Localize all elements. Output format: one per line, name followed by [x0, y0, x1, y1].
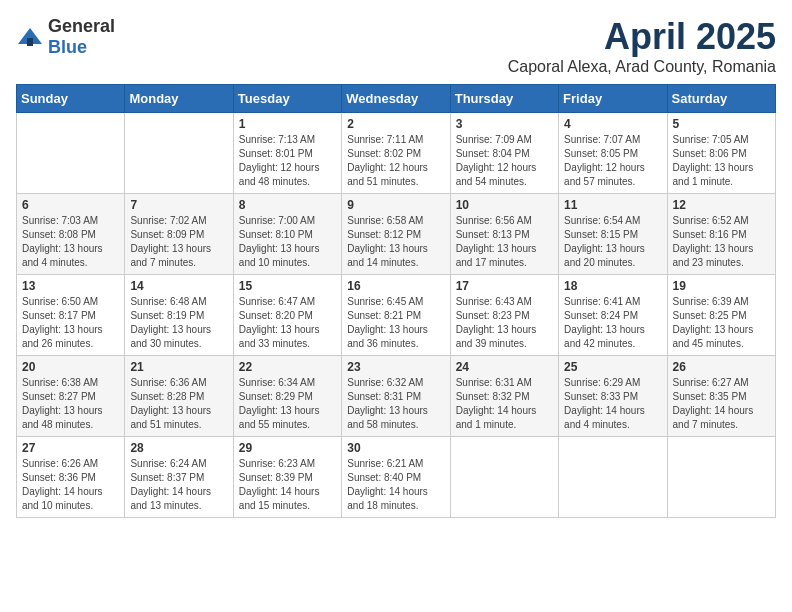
day-number: 26	[673, 360, 770, 374]
week-row-4: 20Sunrise: 6:38 AM Sunset: 8:27 PM Dayli…	[17, 356, 776, 437]
day-info: Sunrise: 6:47 AM Sunset: 8:20 PM Dayligh…	[239, 295, 336, 351]
calendar-cell: 30Sunrise: 6:21 AM Sunset: 8:40 PM Dayli…	[342, 437, 450, 518]
calendar-cell: 4Sunrise: 7:07 AM Sunset: 8:05 PM Daylig…	[559, 113, 667, 194]
day-info: Sunrise: 6:26 AM Sunset: 8:36 PM Dayligh…	[22, 457, 119, 513]
calendar-cell: 2Sunrise: 7:11 AM Sunset: 8:02 PM Daylig…	[342, 113, 450, 194]
day-number: 28	[130, 441, 227, 455]
day-header-monday: Monday	[125, 85, 233, 113]
week-row-3: 13Sunrise: 6:50 AM Sunset: 8:17 PM Dayli…	[17, 275, 776, 356]
day-number: 14	[130, 279, 227, 293]
logo-blue-text: Blue	[48, 37, 87, 57]
day-number: 3	[456, 117, 553, 131]
day-info: Sunrise: 6:21 AM Sunset: 8:40 PM Dayligh…	[347, 457, 444, 513]
day-number: 19	[673, 279, 770, 293]
day-info: Sunrise: 6:31 AM Sunset: 8:32 PM Dayligh…	[456, 376, 553, 432]
day-number: 11	[564, 198, 661, 212]
day-number: 22	[239, 360, 336, 374]
calendar-cell	[559, 437, 667, 518]
day-info: Sunrise: 6:24 AM Sunset: 8:37 PM Dayligh…	[130, 457, 227, 513]
day-number: 25	[564, 360, 661, 374]
day-number: 10	[456, 198, 553, 212]
day-number: 8	[239, 198, 336, 212]
calendar-cell	[125, 113, 233, 194]
day-info: Sunrise: 7:00 AM Sunset: 8:10 PM Dayligh…	[239, 214, 336, 270]
calendar-cell: 24Sunrise: 6:31 AM Sunset: 8:32 PM Dayli…	[450, 356, 558, 437]
calendar-body: 1Sunrise: 7:13 AM Sunset: 8:01 PM Daylig…	[17, 113, 776, 518]
logo: General Blue	[16, 16, 115, 58]
calendar-cell: 12Sunrise: 6:52 AM Sunset: 8:16 PM Dayli…	[667, 194, 775, 275]
day-header-sunday: Sunday	[17, 85, 125, 113]
calendar-cell: 15Sunrise: 6:47 AM Sunset: 8:20 PM Dayli…	[233, 275, 341, 356]
day-header-friday: Friday	[559, 85, 667, 113]
day-number: 13	[22, 279, 119, 293]
calendar-cell: 1Sunrise: 7:13 AM Sunset: 8:01 PM Daylig…	[233, 113, 341, 194]
day-header-saturday: Saturday	[667, 85, 775, 113]
day-number: 7	[130, 198, 227, 212]
day-header-tuesday: Tuesday	[233, 85, 341, 113]
day-number: 9	[347, 198, 444, 212]
day-info: Sunrise: 7:07 AM Sunset: 8:05 PM Dayligh…	[564, 133, 661, 189]
calendar-cell: 22Sunrise: 6:34 AM Sunset: 8:29 PM Dayli…	[233, 356, 341, 437]
day-number: 29	[239, 441, 336, 455]
day-info: Sunrise: 6:39 AM Sunset: 8:25 PM Dayligh…	[673, 295, 770, 351]
calendar-cell: 29Sunrise: 6:23 AM Sunset: 8:39 PM Dayli…	[233, 437, 341, 518]
calendar-cell: 17Sunrise: 6:43 AM Sunset: 8:23 PM Dayli…	[450, 275, 558, 356]
day-info: Sunrise: 6:38 AM Sunset: 8:27 PM Dayligh…	[22, 376, 119, 432]
day-header-thursday: Thursday	[450, 85, 558, 113]
calendar-cell	[17, 113, 125, 194]
day-info: Sunrise: 6:32 AM Sunset: 8:31 PM Dayligh…	[347, 376, 444, 432]
calendar-cell: 3Sunrise: 7:09 AM Sunset: 8:04 PM Daylig…	[450, 113, 558, 194]
day-info: Sunrise: 6:54 AM Sunset: 8:15 PM Dayligh…	[564, 214, 661, 270]
day-info: Sunrise: 7:13 AM Sunset: 8:01 PM Dayligh…	[239, 133, 336, 189]
calendar-cell: 10Sunrise: 6:56 AM Sunset: 8:13 PM Dayli…	[450, 194, 558, 275]
day-info: Sunrise: 7:05 AM Sunset: 8:06 PM Dayligh…	[673, 133, 770, 189]
calendar-cell: 9Sunrise: 6:58 AM Sunset: 8:12 PM Daylig…	[342, 194, 450, 275]
day-number: 16	[347, 279, 444, 293]
calendar-header: SundayMondayTuesdayWednesdayThursdayFrid…	[17, 85, 776, 113]
day-headers-row: SundayMondayTuesdayWednesdayThursdayFrid…	[17, 85, 776, 113]
calendar-cell: 14Sunrise: 6:48 AM Sunset: 8:19 PM Dayli…	[125, 275, 233, 356]
day-info: Sunrise: 6:29 AM Sunset: 8:33 PM Dayligh…	[564, 376, 661, 432]
day-info: Sunrise: 7:09 AM Sunset: 8:04 PM Dayligh…	[456, 133, 553, 189]
subtitle: Caporal Alexa, Arad County, Romania	[508, 58, 776, 76]
day-info: Sunrise: 7:03 AM Sunset: 8:08 PM Dayligh…	[22, 214, 119, 270]
day-number: 20	[22, 360, 119, 374]
header: General Blue April 2025 Caporal Alexa, A…	[16, 16, 776, 76]
day-number: 30	[347, 441, 444, 455]
day-number: 23	[347, 360, 444, 374]
calendar-cell: 23Sunrise: 6:32 AM Sunset: 8:31 PM Dayli…	[342, 356, 450, 437]
calendar-cell: 25Sunrise: 6:29 AM Sunset: 8:33 PM Dayli…	[559, 356, 667, 437]
day-header-wednesday: Wednesday	[342, 85, 450, 113]
day-info: Sunrise: 6:34 AM Sunset: 8:29 PM Dayligh…	[239, 376, 336, 432]
calendar-cell: 19Sunrise: 6:39 AM Sunset: 8:25 PM Dayli…	[667, 275, 775, 356]
calendar-cell: 20Sunrise: 6:38 AM Sunset: 8:27 PM Dayli…	[17, 356, 125, 437]
day-info: Sunrise: 7:11 AM Sunset: 8:02 PM Dayligh…	[347, 133, 444, 189]
week-row-1: 1Sunrise: 7:13 AM Sunset: 8:01 PM Daylig…	[17, 113, 776, 194]
day-info: Sunrise: 6:36 AM Sunset: 8:28 PM Dayligh…	[130, 376, 227, 432]
day-info: Sunrise: 6:23 AM Sunset: 8:39 PM Dayligh…	[239, 457, 336, 513]
calendar-cell: 28Sunrise: 6:24 AM Sunset: 8:37 PM Dayli…	[125, 437, 233, 518]
calendar-cell: 16Sunrise: 6:45 AM Sunset: 8:21 PM Dayli…	[342, 275, 450, 356]
day-info: Sunrise: 6:27 AM Sunset: 8:35 PM Dayligh…	[673, 376, 770, 432]
day-info: Sunrise: 6:48 AM Sunset: 8:19 PM Dayligh…	[130, 295, 227, 351]
calendar-cell: 6Sunrise: 7:03 AM Sunset: 8:08 PM Daylig…	[17, 194, 125, 275]
week-row-5: 27Sunrise: 6:26 AM Sunset: 8:36 PM Dayli…	[17, 437, 776, 518]
logo-general-text: General	[48, 16, 115, 36]
calendar-table: SundayMondayTuesdayWednesdayThursdayFrid…	[16, 84, 776, 518]
calendar-cell: 13Sunrise: 6:50 AM Sunset: 8:17 PM Dayli…	[17, 275, 125, 356]
day-number: 21	[130, 360, 227, 374]
calendar-cell: 11Sunrise: 6:54 AM Sunset: 8:15 PM Dayli…	[559, 194, 667, 275]
calendar-cell: 26Sunrise: 6:27 AM Sunset: 8:35 PM Dayli…	[667, 356, 775, 437]
day-info: Sunrise: 6:43 AM Sunset: 8:23 PM Dayligh…	[456, 295, 553, 351]
calendar-cell: 18Sunrise: 6:41 AM Sunset: 8:24 PM Dayli…	[559, 275, 667, 356]
calendar-cell	[450, 437, 558, 518]
calendar-cell: 5Sunrise: 7:05 AM Sunset: 8:06 PM Daylig…	[667, 113, 775, 194]
title-block: April 2025 Caporal Alexa, Arad County, R…	[508, 16, 776, 76]
day-number: 24	[456, 360, 553, 374]
day-info: Sunrise: 6:45 AM Sunset: 8:21 PM Dayligh…	[347, 295, 444, 351]
calendar-cell: 7Sunrise: 7:02 AM Sunset: 8:09 PM Daylig…	[125, 194, 233, 275]
logo-icon	[16, 26, 44, 48]
day-number: 2	[347, 117, 444, 131]
week-row-2: 6Sunrise: 7:03 AM Sunset: 8:08 PM Daylig…	[17, 194, 776, 275]
main-title: April 2025	[508, 16, 776, 58]
